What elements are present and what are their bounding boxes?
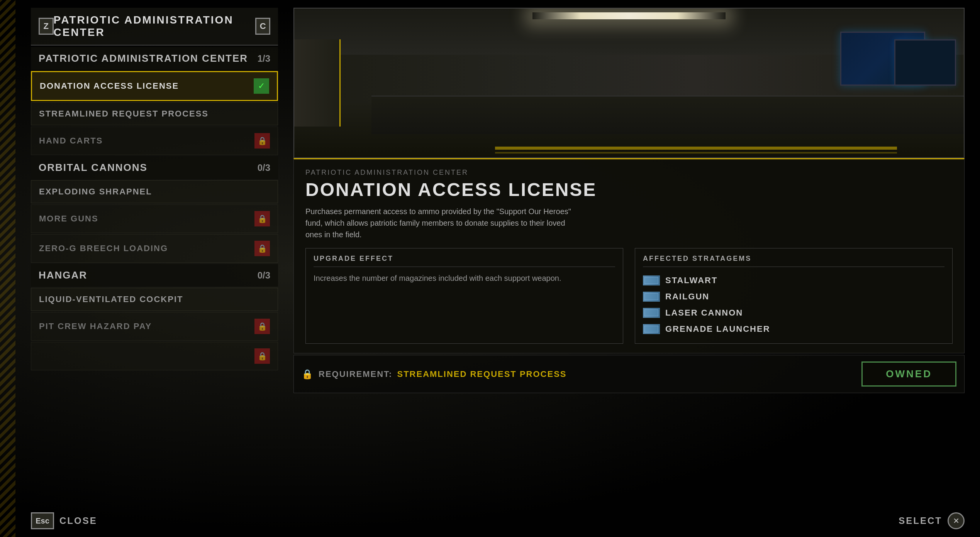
floor-stripe-2 <box>495 152 897 154</box>
section-patriotic-admin: PATRIOTIC ADMINISTRATION CENTER 1/3 <box>31 47 278 70</box>
ceiling-light <box>532 12 726 19</box>
stratagem-icon-railgun <box>643 292 660 302</box>
upgrade-item-shrapnel[interactable]: EXPLODING SHRAPNEL <box>31 180 278 203</box>
stratagem-name-railgun: RAILGUN <box>665 292 709 302</box>
upgrade-item-streamlined[interactable]: STREAMLINED REQUEST PROCESS <box>31 102 278 125</box>
affected-stratagems-box: AFFECTED STRATAGEMS STALWART RAILGUN <box>635 248 953 344</box>
upgrade-effect-label: UPGRADE EFFECT <box>314 255 615 267</box>
stratagem-icon-inner-railgun <box>644 293 658 300</box>
section-title-orbital: ORBITAL CANNONS <box>39 162 148 174</box>
stratagem-item-railgun: RAILGUN <box>643 289 944 305</box>
lock-icon-pitcrew: 🔒 <box>254 319 270 334</box>
bottom-bar: Esc CLOSE SELECT ✕ <box>31 512 965 529</box>
upgrade-name-liquidcockpit: LIQUID-VENTILATED COCKPIT <box>39 294 183 304</box>
section-hangar: HANGAR 0/3 <box>31 264 278 287</box>
upgrade-item-pitcrew[interactable]: PIT CREW HAZARD PAY 🔒 <box>31 312 278 341</box>
requirement-text: 🔒 REQUIREMENT: STREAMLINED REQUEST PROCE… <box>302 369 567 380</box>
stripe-decoration <box>0 0 15 537</box>
lock-icon-handcarts: 🔒 <box>254 133 270 149</box>
stratagem-name-stalwart: STALWART <box>665 275 717 285</box>
upgrade-name-handcarts: HAND CARTS <box>39 136 103 146</box>
close-label: CLOSE <box>59 515 97 526</box>
left-panel-inner: PATRIOTIC ADMINISTRATION CENTER 1/3 DONA… <box>31 47 278 529</box>
upgrade-name-donation: DONATION ACCESS LICENSE <box>40 81 179 91</box>
z-key-badge: Z <box>39 18 54 35</box>
section-title-hangar: HANGAR <box>39 269 87 281</box>
lock-icon-hidden: 🔒 <box>254 348 270 364</box>
details-row: UPGRADE EFFECT Increases the number of m… <box>305 248 953 344</box>
info-section: PATRIOTIC ADMINISTRATION CENTER DONATION… <box>293 158 965 353</box>
upgrade-image <box>293 8 965 158</box>
section-count-hangar: 0/3 <box>258 270 270 281</box>
select-label: SELECT <box>899 515 942 526</box>
c-key-badge: C <box>255 18 270 35</box>
upgrade-item-donation-access[interactable]: DONATION ACCESS LICENSE ✓ <box>31 71 278 101</box>
section-count-patriotic: 1/3 <box>258 53 270 64</box>
info-description: Purchases permanent access to ammo provi… <box>305 206 576 240</box>
main-container: Z PATRIOTIC ADMINISTRATION CENTER C PATR… <box>31 8 965 529</box>
stratagem-icon-inner-grenade <box>644 326 658 333</box>
lock-icon-zerog: 🔒 <box>254 241 270 256</box>
stratagem-icon-grenade <box>643 324 660 334</box>
room-scene <box>294 8 964 157</box>
stratagem-item-laser-cannon: LASER CANNON <box>643 305 944 321</box>
upgrade-effect-box: UPGRADE EFFECT Increases the number of m… <box>305 248 623 344</box>
section-count-orbital: 0/3 <box>258 162 270 173</box>
requirement-label: REQUIREMENT: <box>319 369 392 379</box>
stratagem-item-stalwart: STALWART <box>643 272 944 289</box>
floor-stripe <box>495 147 897 150</box>
section-title-patriotic: PATRIOTIC ADMINISTRATION CENTER <box>39 52 248 64</box>
upgrade-item-more-guns[interactable]: MORE GUNS 🔒 <box>31 204 278 233</box>
stratagem-name-laser: LASER CANNON <box>665 308 743 318</box>
upgrade-item-liquid-cockpit[interactable]: LIQUID-VENTILATED COCKPIT <box>31 288 278 311</box>
console-area <box>371 96 964 134</box>
upgrade-name-pitcrew: PIT CREW HAZARD PAY <box>39 321 152 331</box>
section-orbital-cannons: ORBITAL CANNONS 0/3 <box>31 156 278 179</box>
stratagem-icon-inner-stalwart <box>644 277 658 284</box>
upgrade-name-zerog: ZERO-G BREECH LOADING <box>39 243 168 253</box>
info-breadcrumb: PATRIOTIC ADMINISTRATION CENTER <box>305 169 953 177</box>
monitor-right-2 <box>894 39 956 86</box>
select-action: SELECT ✕ <box>899 512 965 529</box>
requirement-value: STREAMLINED REQUEST PROCESS <box>397 369 566 379</box>
left-panel: Z PATRIOTIC ADMINISTRATION CENTER C PATR… <box>31 8 278 529</box>
upgrade-item-hand-carts[interactable]: HAND CARTS 🔒 <box>31 127 278 155</box>
info-title: DONATION ACCESS LICENSE <box>305 179 953 200</box>
affected-stratagems-label: AFFECTED STRATAGEMS <box>643 255 944 267</box>
upgrade-name-streamlined: STREAMLINED REQUEST PROCESS <box>39 109 209 119</box>
upgrade-item-hidden[interactable]: 🔒 <box>31 342 278 370</box>
stratagem-icon-laser <box>643 308 660 318</box>
upgrade-effect-text: Increases the number of magazines includ… <box>314 272 615 284</box>
stratagem-item-grenade-launcher: GRENADE LAUNCHER <box>643 321 944 337</box>
lock-icon-moreguns: 🔒 <box>254 211 270 226</box>
stratagem-icon-stalwart <box>643 275 660 285</box>
owned-button[interactable]: OWNED <box>861 361 956 387</box>
requirement-bar: 🔒 REQUIREMENT: STREAMLINED REQUEST PROCE… <box>293 355 965 393</box>
panel-header-title: PATRIOTIC ADMINISTRATION CENTER <box>54 14 256 39</box>
upgrade-name-moreguns: MORE GUNS <box>39 214 98 224</box>
check-icon-donation: ✓ <box>254 78 269 94</box>
select-button-icon: ✕ <box>948 512 965 529</box>
right-panel: PATRIOTIC ADMINISTRATION CENTER DONATION… <box>293 8 965 529</box>
stratagem-icon-inner-laser <box>644 309 658 316</box>
panel-header: Z PATRIOTIC ADMINISTRATION CENTER C <box>31 8 278 46</box>
esc-key-badge: Esc <box>31 512 54 529</box>
wall-panel-left <box>294 39 341 127</box>
upgrade-name-shrapnel: EXPLODING SHRAPNEL <box>39 187 152 197</box>
close-action: Esc CLOSE <box>31 512 97 529</box>
stratagem-name-grenade: GRENADE LAUNCHER <box>665 324 770 334</box>
requirement-lock-icon: 🔒 <box>302 369 314 380</box>
upgrade-item-zerog[interactable]: ZERO-G BREECH LOADING 🔒 <box>31 234 278 263</box>
